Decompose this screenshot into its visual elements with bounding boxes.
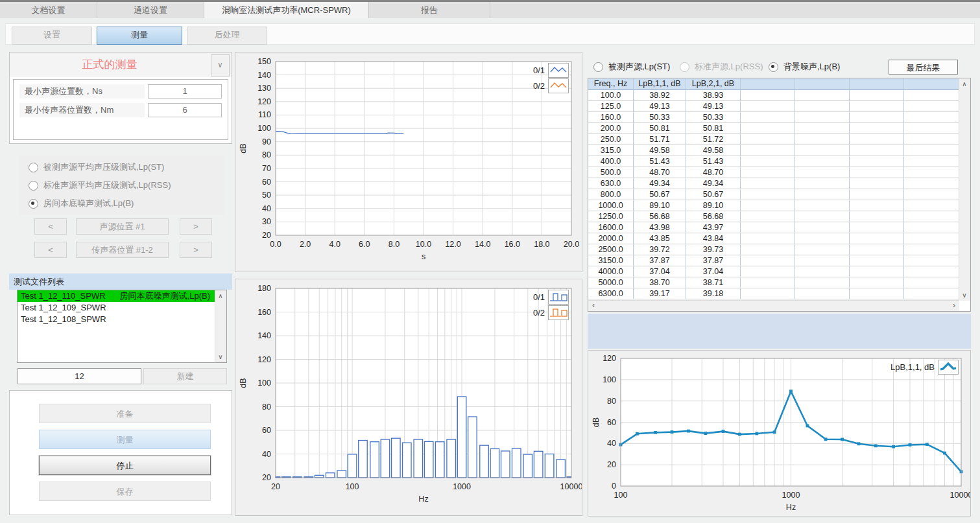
table-vscrollbar[interactable]: ∧∨ (959, 78, 970, 301)
subtab-0[interactable]: 设置 (12, 27, 92, 45)
table-row[interactable]: 250.051.7151.72 (588, 134, 970, 145)
measure-button[interactable]: 测量 (39, 430, 211, 449)
param-value-input[interactable]: 1 (148, 84, 222, 99)
position-prev-button-1[interactable]: < (34, 242, 67, 258)
svg-text:16.0: 16.0 (505, 240, 520, 249)
result-source-radio-2[interactable]: 背景噪声,Lp(B) (769, 62, 840, 72)
table-cell (741, 112, 795, 123)
save-button[interactable]: 保存 (39, 482, 211, 501)
svg-text:Hz: Hz (786, 503, 796, 512)
table-header-cell (795, 78, 850, 90)
legend-label: 0/2 (533, 308, 545, 318)
svg-text:8.0: 8.0 (388, 240, 400, 249)
file-list-item[interactable]: Test 1_12_109_SPWR (18, 302, 219, 314)
file-name: Test 1_12_110_SPWR (21, 291, 106, 301)
table-row[interactable]: 1600.043.9843.97 (588, 222, 970, 233)
table-row[interactable]: 630.049.3449.34 (588, 178, 970, 189)
table-row[interactable]: 400.051.4351.43 (588, 156, 970, 167)
table-row[interactable]: 3150.037.8737.87 (588, 255, 970, 266)
table-row[interactable]: 2000.043.8543.84 (588, 233, 970, 244)
file-desc: 房间本底噪声测试,Lp(B) (120, 291, 210, 301)
table-cell (741, 288, 795, 299)
new-button[interactable]: 新建 (143, 368, 227, 384)
table-cell (741, 211, 795, 222)
main-tab-2[interactable]: 混响室法测试声功率(MCR-SPWR) (204, 2, 369, 18)
table-cell (904, 211, 961, 222)
mode-dropdown[interactable]: 正式的测量 ∨ (10, 52, 232, 77)
position-label-button-1[interactable]: 传声器位置 #1-2 (76, 242, 169, 258)
file-list-item[interactable]: Test 1_12_110_SPWR房间本底噪声测试,Lp(B) (18, 290, 219, 302)
line-legend-icon (548, 63, 569, 78)
subtab-bar: 设置测量后处理 (5, 23, 975, 45)
table-hscrollbar[interactable]: ‹› (588, 300, 959, 311)
table-cell: 39.72 (634, 244, 686, 255)
param-label: 最小传声器位置数，Nm (19, 103, 145, 117)
test-type-radio-0[interactable]: 被测声源平均声压级测试,Lp(ST) (19, 158, 224, 176)
result-source-radio-1[interactable]: 标准声源,Lp(RSS) (680, 62, 763, 72)
table-cell (795, 266, 850, 277)
table-cell: 400.0 (588, 156, 634, 167)
param-value-input[interactable]: 6 (148, 103, 222, 117)
prepare-button[interactable]: 准备 (39, 404, 211, 423)
position-prev-button-0[interactable]: < (34, 218, 67, 235)
table-cell (904, 233, 961, 244)
legend-entry: 0/1 (533, 63, 569, 77)
position-label-button-0[interactable]: 声源位置 #1 (76, 218, 169, 235)
file-list-scrollbar[interactable]: ∧∨ (215, 290, 226, 362)
main-tab-0[interactable]: 文档设置 (0, 2, 97, 18)
subtab-2[interactable]: 后处理 (187, 27, 267, 45)
scroll-left-icon[interactable]: ‹ (588, 301, 599, 310)
scroll-right-icon[interactable]: › (949, 301, 959, 310)
subtab-1[interactable]: 测量 (97, 27, 182, 45)
table-row[interactable]: 315.049.5849.58 (588, 145, 970, 156)
table-cell (741, 101, 795, 112)
table-cell (904, 200, 961, 211)
table-row[interactable]: 1000.089.1089.10 (588, 200, 970, 211)
table-cell (795, 211, 850, 222)
table-row[interactable]: 2500.039.7239.73 (588, 244, 970, 255)
table-row[interactable]: 800.050.6750.67 (588, 189, 970, 200)
table-cell: 49.58 (686, 145, 741, 156)
test-type-radio-2[interactable]: 房间本底噪声测试,Lp(B) (19, 194, 224, 213)
main-tab-3[interactable]: 报告 (369, 2, 490, 18)
table-cell: 38.71 (686, 277, 741, 288)
svg-text:90: 90 (262, 137, 271, 146)
final-result-button[interactable]: 最后结果 (889, 60, 958, 75)
count-button[interactable]: 12 (18, 368, 141, 384)
svg-text:100: 100 (614, 491, 628, 500)
svg-text:0.0: 0.0 (270, 240, 281, 249)
main-tab-1[interactable]: 通道设置 (97, 2, 204, 18)
scroll-down-icon[interactable]: ∨ (959, 290, 970, 301)
table-cell (904, 277, 961, 288)
table-row[interactable]: 5000.038.7038.71 (588, 277, 970, 288)
svg-text:80: 80 (607, 397, 616, 406)
radio-label: 标准声源,Lp(RSS) (695, 61, 763, 73)
svg-text:40: 40 (262, 204, 271, 213)
table-row[interactable]: 4000.037.0437.04 (588, 266, 970, 277)
table-cell (795, 90, 850, 101)
table-cell: 50.67 (634, 189, 686, 200)
table-row[interactable]: 125.049.1349.13 (588, 101, 970, 112)
table-row[interactable]: 100.038.9238.93 (588, 90, 970, 101)
table-row[interactable]: 500.048.7048.70 (588, 167, 970, 178)
scroll-up-icon[interactable]: ∧ (215, 290, 226, 301)
table-row[interactable]: 200.050.8150.81 (588, 123, 970, 134)
result-source-radio-0[interactable]: 被测声源,Lp(ST) (593, 62, 670, 72)
stop-button[interactable]: 停止 (39, 456, 211, 475)
table-row[interactable]: 160.050.3350.33 (588, 112, 970, 123)
table-header-cell (904, 78, 961, 90)
table-row[interactable]: 6300.039.1739.18 (588, 288, 970, 299)
file-list-item[interactable]: Test 1_12_108_SPWR (18, 314, 219, 325)
table-cell: 38.93 (686, 90, 741, 101)
scroll-down-icon[interactable]: ∨ (215, 351, 226, 362)
position-next-button-1[interactable]: > (180, 242, 212, 258)
table-cell: 4000.0 (588, 266, 634, 277)
scroll-up-icon[interactable]: ∧ (959, 78, 970, 89)
legend-entry: LpB,1,1, dB (890, 360, 959, 374)
mode-dropdown-button[interactable]: ∨ (211, 54, 230, 76)
test-type-radio-1[interactable]: 标准声源平均声压级测试,Lp(RSS) (19, 176, 224, 194)
table-cell (795, 277, 850, 288)
position-next-button-0[interactable]: > (180, 218, 212, 235)
table-row[interactable]: 1250.056.6856.68 (588, 211, 970, 222)
svg-text:30: 30 (262, 217, 271, 226)
